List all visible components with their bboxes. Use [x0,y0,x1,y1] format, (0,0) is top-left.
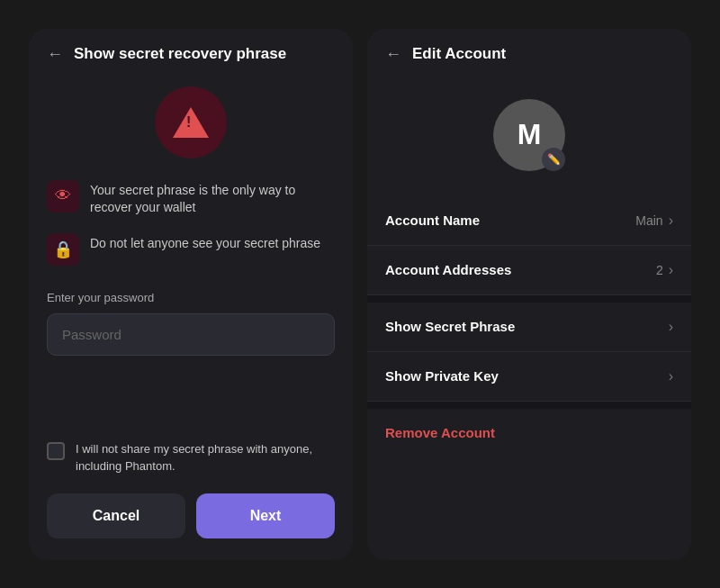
avatar-section: M ✏️ [367,77,691,196]
warning-text-2: Do not let anyone see your secret phrase [90,233,320,253]
menu-item-account-addresses[interactable]: Account Addresses 2 › [367,246,691,295]
password-label: Enter your password [47,291,335,304]
show-private-key-right: › [669,368,673,384]
left-header: ← Show secret recovery phrase [29,29,353,77]
button-row: Cancel Next [29,493,353,560]
remove-account-label: Remove Account [385,425,495,440]
chevron-icon-1: › [669,262,673,278]
warning-item-1: 👁 Your secret phrase is the only way to … [47,180,335,217]
eye-icon: 👁 [47,180,79,213]
account-name-right: Main › [635,213,673,229]
right-header: ← Edit Account [367,29,691,77]
menu-item-show-secret-phrase[interactable]: Show Secret Phrase › [367,303,691,352]
checkbox-section: I will not share my secret phrase with a… [29,440,353,493]
left-panel: ← Show secret recovery phrase 👁 Your sec… [29,29,353,560]
right-panel-title: Edit Account [412,45,506,63]
divider [367,295,691,303]
menu-item-remove-account[interactable]: Remove Account [367,409,691,457]
menu-item-account-name[interactable]: Account Name Main › [367,196,691,246]
left-panel-title: Show secret recovery phrase [74,45,286,63]
chevron-icon-2: › [669,319,673,335]
password-input[interactable] [47,313,335,356]
back-button-left[interactable]: ← [47,46,63,62]
password-section: Enter your password [29,291,353,356]
lock-icon: 🔒 [47,233,79,266]
account-addresses-label: Account Addresses [385,262,511,277]
show-secret-phrase-label: Show Secret Phrase [385,319,515,334]
account-name-label: Account Name [385,213,480,228]
warning-triangle-icon [173,107,209,138]
cancel-button[interactable]: Cancel [47,493,185,538]
warning-item-2: 🔒 Do not let anyone see your secret phra… [47,233,335,266]
agreement-checkbox[interactable] [47,442,65,460]
warning-list: 👁 Your secret phrase is the only way to … [29,180,353,266]
avatar-wrapper: M ✏️ [493,99,565,171]
back-button-right[interactable]: ← [385,46,401,62]
chevron-icon-0: › [669,213,673,229]
chevron-icon-3: › [669,368,673,384]
warning-icon-area [29,86,353,158]
menu-item-show-private-key[interactable]: Show Private Key › [367,352,691,402]
divider-2 [367,402,691,409]
next-button[interactable]: Next [196,493,335,538]
right-panel: ← Edit Account M ✏️ Account Name Main › … [367,29,691,560]
account-addresses-right: 2 › [656,262,673,278]
show-private-key-label: Show Private Key [385,368,499,384]
show-secret-phrase-right: › [669,319,673,335]
account-name-value: Main [635,213,662,228]
account-addresses-value: 2 [656,263,663,277]
warning-circle [155,86,227,158]
edit-avatar-button[interactable]: ✏️ [542,148,565,171]
agreement-label: I will not share my secret phrase with a… [76,440,335,475]
warning-text-1: Your secret phrase is the only way to re… [90,180,335,217]
menu-list: Account Name Main › Account Addresses 2 … [367,196,691,457]
